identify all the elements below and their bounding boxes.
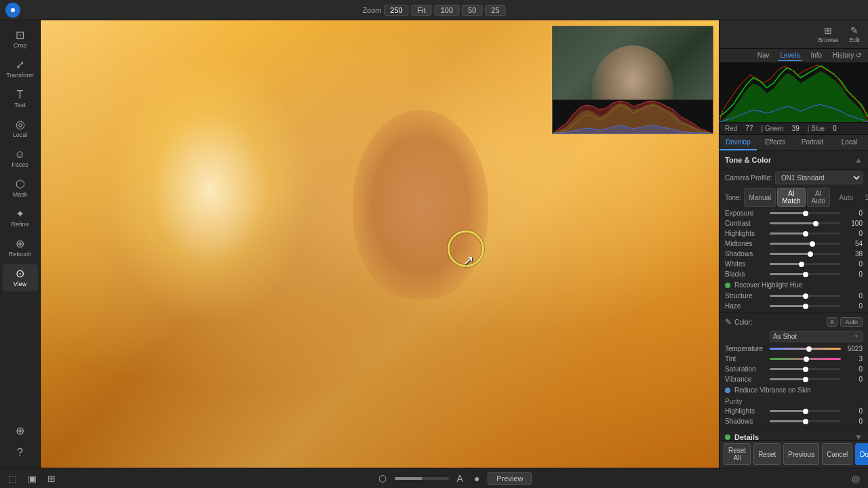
tool-add-photo[interactable]: ⊕ xyxy=(3,422,38,441)
highlights-track[interactable] xyxy=(770,232,841,235)
progress-bar xyxy=(395,477,449,480)
blacks-track[interactable] xyxy=(770,273,841,275)
tone-ai-match-button[interactable]: AI Match xyxy=(777,188,805,207)
vibrance-label: Vibrance xyxy=(725,375,767,383)
auto-button[interactable]: Auto xyxy=(840,317,863,327)
midtones-thumb[interactable] xyxy=(810,241,815,247)
tool-view[interactable]: ⊙ View xyxy=(3,264,38,291)
haze-thumb[interactable] xyxy=(803,304,808,309)
vibrance-track[interactable] xyxy=(770,378,841,380)
zoom-50-button[interactable]: 50 xyxy=(462,5,482,16)
bottom-center-icon-3[interactable]: ● xyxy=(471,472,482,485)
shadows-value: 38 xyxy=(844,250,863,258)
zoom-value-display[interactable]: 250 xyxy=(384,5,409,16)
bottom-center-icon-1[interactable]: ⬡ xyxy=(376,472,389,485)
tool-transform[interactable]: ⤢ Transform xyxy=(3,56,38,83)
reset-button[interactable]: Reset xyxy=(753,443,781,465)
tool-help[interactable]: ? xyxy=(3,443,38,462)
tone-ai-auto-button[interactable]: AI Auto xyxy=(807,188,831,207)
reduce-vibrance-dot[interactable] xyxy=(725,388,730,393)
tab-portrait[interactable]: Portrait xyxy=(794,135,831,150)
purity-highlights-thumb[interactable] xyxy=(803,409,808,414)
structure-track[interactable] xyxy=(770,295,841,297)
tab-develop[interactable]: Develop xyxy=(719,135,757,150)
blacks-fill xyxy=(770,273,806,275)
zoom-25-button[interactable]: 25 xyxy=(485,5,505,16)
edit-button[interactable]: ✎ Edit xyxy=(845,23,864,45)
nav-info[interactable]: Info xyxy=(808,50,825,61)
bottom-right-icon[interactable]: ◎ xyxy=(849,472,863,485)
tool-mask[interactable]: ⬡ Mask xyxy=(3,175,38,202)
camera-profile-row: Camera Profile: ON1 Standard xyxy=(719,169,868,186)
previous-button[interactable]: Previous xyxy=(783,443,819,465)
tool-refine[interactable]: ✦ Refine xyxy=(3,205,38,232)
tool-faces[interactable]: ☺ Faces xyxy=(3,145,38,172)
zoom-fit-button[interactable]: Fit xyxy=(412,5,432,16)
tone-btn-group: Manual AI Match AI Auto xyxy=(744,188,830,207)
haze-track[interactable] xyxy=(770,305,841,307)
camera-profile-select[interactable]: ON1 Standard xyxy=(775,171,863,184)
highlights-thumb[interactable] xyxy=(803,231,808,237)
structure-thumb[interactable] xyxy=(803,293,808,299)
blacks-thumb[interactable] xyxy=(803,272,808,277)
contrast-thumb[interactable] xyxy=(813,221,818,226)
blacks-value: 0 xyxy=(844,270,863,278)
tint-thumb[interactable] xyxy=(804,357,809,362)
midtones-fill xyxy=(770,243,812,245)
purity-shadows-thumb[interactable] xyxy=(803,419,808,424)
exposure-track[interactable] xyxy=(770,212,841,214)
bottom-center-icon-2[interactable]: A xyxy=(454,472,466,485)
recover-highlight-hue-dot[interactable] xyxy=(725,283,730,288)
saturation-thumb[interactable] xyxy=(803,367,808,372)
as-shot-select[interactable]: As Shot ▼ xyxy=(770,331,863,342)
main-image: ↗ xyxy=(41,20,719,468)
tone-color-section-header[interactable]: Tone & Color ▲ xyxy=(719,151,868,169)
mask-icon: ⬡ xyxy=(16,179,25,190)
done-button[interactable]: Done xyxy=(855,443,868,465)
preview-button[interactable]: Preview xyxy=(488,472,532,485)
view-icon: ⊙ xyxy=(16,268,24,279)
tab-effects[interactable]: Effects xyxy=(757,135,794,150)
zoom-100-button[interactable]: 100 xyxy=(435,5,459,16)
tool-mask-label: Mask xyxy=(13,191,28,198)
tab-local[interactable]: Local xyxy=(831,135,868,150)
edit-label: Edit xyxy=(849,37,860,43)
tool-local[interactable]: ◎ Local xyxy=(3,115,38,142)
saturation-track[interactable] xyxy=(770,368,841,370)
purity-shadows-track[interactable] xyxy=(770,420,841,422)
bottom-center: ⬡ A ● Preview xyxy=(64,472,844,485)
nav-levels[interactable]: Levels xyxy=(778,50,803,61)
shadows-thumb[interactable] xyxy=(808,251,813,257)
midtones-value: 54 xyxy=(844,240,863,247)
tone-manual-button[interactable]: Manual xyxy=(744,188,776,207)
nav-nav[interactable]: Nav xyxy=(755,50,772,61)
transform-icon: ⤢ xyxy=(16,60,24,70)
temperature-track[interactable] xyxy=(770,348,841,350)
midtones-track[interactable] xyxy=(770,243,841,245)
whites-track[interactable] xyxy=(770,263,841,265)
bottom-left-icon-1[interactable]: ⬚ xyxy=(5,472,20,485)
vibrance-thumb[interactable] xyxy=(803,377,808,382)
shadows-track[interactable] xyxy=(770,253,841,255)
exposure-thumb[interactable] xyxy=(803,211,808,216)
purity-highlights-track[interactable] xyxy=(770,410,841,412)
nav-history[interactable]: History ↺ xyxy=(830,50,864,61)
retouch-icon: ⊕ xyxy=(16,239,24,249)
purity-section-label: Purity xyxy=(719,396,868,406)
details-section[interactable]: Details ▼ xyxy=(719,430,868,440)
reset-all-button[interactable]: Reset All xyxy=(724,443,751,465)
tool-crop[interactable]: ⊡ Crop xyxy=(3,26,38,53)
reduce-vibrance-row: Reduce Vibrance on Skin xyxy=(719,384,868,396)
temperature-thumb[interactable] xyxy=(806,346,812,352)
tint-track[interactable] xyxy=(770,358,841,360)
browse-button[interactable]: ⊞ Browse xyxy=(814,23,842,45)
whites-thumb[interactable] xyxy=(799,262,804,267)
cancel-button[interactable]: Cancel xyxy=(822,443,852,465)
contrast-track[interactable] xyxy=(770,222,841,224)
tool-text[interactable]: T Text xyxy=(3,85,38,113)
settings-scroll[interactable]: Tone & Color ▲ Camera Profile: ON1 Stand… xyxy=(719,151,868,440)
bottom-left-icon-3[interactable]: ⊞ xyxy=(45,472,58,485)
right-top-icons: ⊞ Browse ✎ Edit xyxy=(719,20,868,49)
bottom-left-icon-2[interactable]: ▣ xyxy=(25,472,39,485)
tool-retouch[interactable]: ⊕ Retouch xyxy=(3,235,38,262)
